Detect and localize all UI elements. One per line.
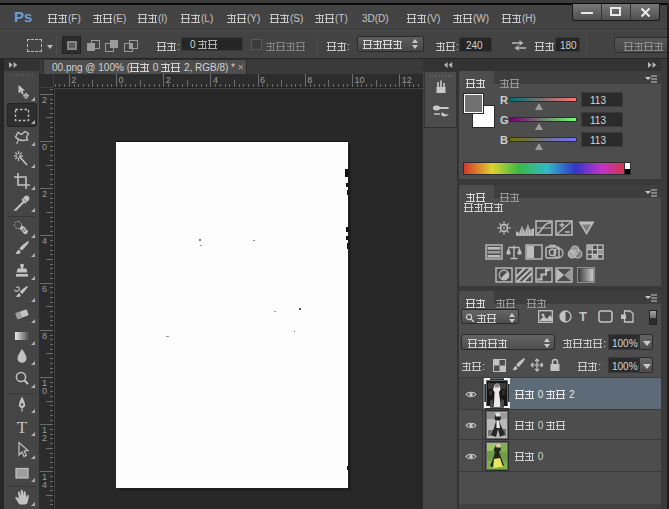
svg-text:T: T <box>17 418 28 436</box>
